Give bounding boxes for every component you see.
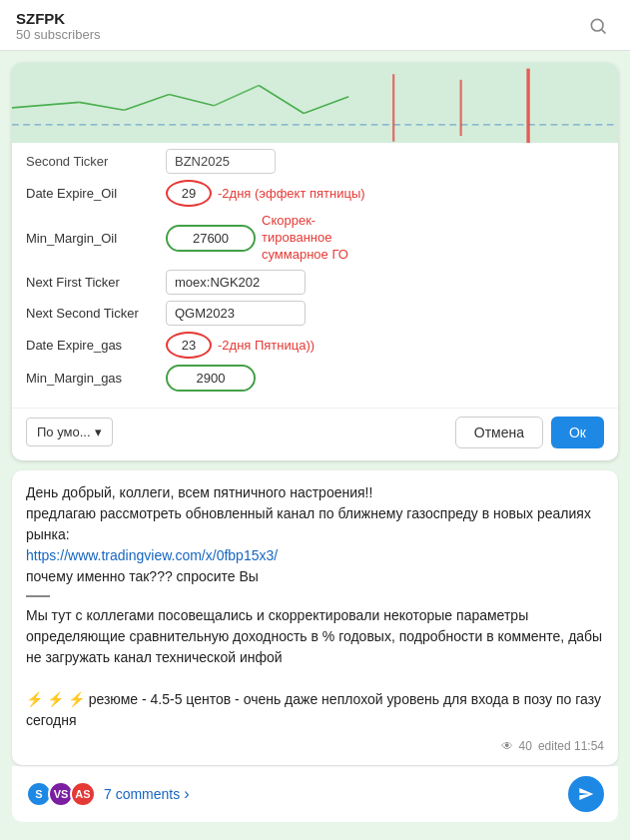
search-button[interactable] <box>582 10 614 42</box>
comments-left[interactable]: S VS AS 7 comments › <box>26 781 190 807</box>
min-margin-gas-row: Min_Margin_gas <box>26 365 604 392</box>
next-first-ticker-row: Next First Ticker <box>26 270 604 295</box>
cancel-button[interactable]: Отмена <box>455 417 543 448</box>
date-expire-gas-annotation: -2дня Пятница)) <box>218 338 315 353</box>
form-body: Second Ticker Date Expire_Oil -2дня (эфф… <box>12 143 618 408</box>
min-margin-oil-input[interactable] <box>166 225 256 252</box>
forward-button[interactable] <box>568 776 604 812</box>
next-second-ticker-row: Next Second Ticker <box>26 301 604 326</box>
partial-ticker-input[interactable] <box>166 149 276 174</box>
message-area: Second Ticker Date Expire_Oil -2дня (эфф… <box>0 51 630 834</box>
message-text-3: почему именно так??? спросите Вы <box>26 568 259 584</box>
message-bubble: День добрый, коллеги, всем пятничного на… <box>12 470 618 765</box>
min-margin-gas-label: Min_Margin_gas <box>26 371 166 386</box>
next-first-ticker-label: Next First Ticker <box>26 275 166 290</box>
svg-line-1 <box>602 30 606 34</box>
message-link[interactable]: https://www.tradingview.com/x/0fbp15x3/ <box>26 547 278 563</box>
next-second-ticker-label: Next Second Ticker <box>26 306 166 321</box>
edited-label: edited 11:54 <box>538 737 604 755</box>
comments-count[interactable]: 7 comments <box>104 786 180 802</box>
dialog-actions: Отмена Ок <box>455 417 604 448</box>
min-margin-oil-row: Min_Margin_Oil Скоррек-тированноесуммарн… <box>26 213 604 264</box>
date-expire-oil-label: Date Expire_Oil <box>26 186 166 201</box>
date-expire-oil-annotation: -2дня (эффект пятницы) <box>218 186 365 201</box>
min-margin-oil-label: Min_Margin_Oil <box>26 231 166 246</box>
message-divider <box>26 595 50 597</box>
message-text-2: предлагаю рассмотреть обновленный канал … <box>26 505 591 542</box>
chevron-down-icon: ▾ <box>95 424 102 439</box>
views-count: 40 <box>519 737 532 755</box>
chart-area <box>12 63 618 143</box>
channel-header: SZFPK 50 subscribers <box>0 0 630 51</box>
chevron-right-icon: › <box>184 785 189 803</box>
channel-subscribers: 50 subscribers <box>16 27 101 42</box>
channel-info: SZFPK 50 subscribers <box>16 10 101 42</box>
default-dropdown[interactable]: По умо... ▾ <box>26 418 113 446</box>
avatars-group: S VS AS <box>26 781 96 807</box>
date-expire-oil-row: Date Expire_Oil -2дня (эффект пятницы) <box>26 180 604 207</box>
avatar-as: AS <box>70 781 96 807</box>
min-margin-oil-annotation: Скоррек-тированноесуммарное ГО <box>262 213 348 264</box>
dialog-footer: По умо... ▾ Отмена Ок <box>12 408 618 460</box>
partial-ticker-row: Second Ticker <box>26 149 604 174</box>
dialog-card: Second Ticker Date Expire_Oil -2дня (эфф… <box>12 63 618 460</box>
svg-point-0 <box>591 19 603 31</box>
date-expire-oil-input[interactable] <box>166 180 212 207</box>
next-first-ticker-input[interactable] <box>166 270 306 295</box>
message-text-1: День добрый, коллеги, всем пятничного на… <box>26 484 372 500</box>
next-second-ticker-input[interactable] <box>166 301 306 326</box>
ok-button[interactable]: Ок <box>551 417 604 448</box>
message-text-5: ⚡ ⚡ ⚡ резюме - 4.5-5 центов - очень даже… <box>26 691 601 728</box>
views-eye-icon: 👁 <box>501 737 513 755</box>
partial-label: Second Ticker <box>26 154 166 169</box>
message-text-4: Мы тут с коллегами посовещались и скорре… <box>26 607 602 665</box>
message-meta: 👁 40 edited 11:54 <box>26 737 604 755</box>
channel-name: SZFPK <box>16 10 101 27</box>
min-margin-gas-input[interactable] <box>166 365 256 392</box>
date-expire-gas-label: Date Expire_gas <box>26 338 166 353</box>
dropdown-label: По умо... <box>37 424 91 439</box>
date-expire-gas-input[interactable] <box>166 332 212 359</box>
date-expire-gas-row: Date Expire_gas -2дня Пятница)) <box>26 332 604 359</box>
